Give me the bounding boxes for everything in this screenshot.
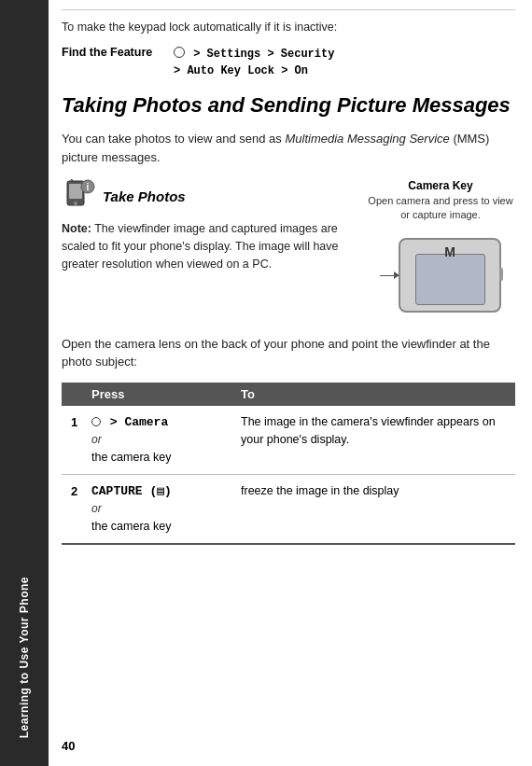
side-button [499,268,503,281]
svg-text:i: i [87,182,90,192]
svg-point-3 [74,202,77,205]
find-feature-path-text1: > Settings > Security [193,48,334,61]
sidebar-label: Learning to Use Your Phone [18,577,31,738]
press-command-1: > Camera [91,415,168,429]
menu-circle-icon [174,47,185,58]
table-cell-step-1: 1 [62,406,82,475]
open-camera-para: Open the camera lens on the back of your… [62,335,515,371]
main-content: To make the keypad lock automatically if… [49,0,532,766]
table-cell-to-1: The image in the camera's viewfinder app… [231,406,515,475]
press-sub-1: the camera key [91,451,171,464]
page-wrapper: Learning to Use Your Phone To make the k… [0,0,532,766]
note-text: Note: The viewfinder image and captured … [62,220,357,272]
table-header-step [62,383,82,406]
find-feature-box: Find the Feature > Settings > Security >… [62,46,515,79]
main-heading: Taking Photos and Sending Picture Messag… [62,92,515,119]
table-row: 1 > Camera or the camera key The image i… [62,406,515,475]
table-row: 2 CAPTURE (▤) or the camera key freeze t… [62,474,515,544]
intro-para: You can take photos to view and send as … [62,130,515,166]
table-cell-to-2: freeze the image in the display [231,474,515,544]
find-feature-path: > Settings > Security > Auto Key Lock > … [174,46,334,79]
press-or-2: or [91,502,102,515]
phone-screen [415,254,485,305]
manual-icon: i [62,179,95,213]
note-label: Note: [62,222,91,235]
table-cell-press-1: > Camera or the camera key [82,406,231,475]
instruction-table: Press To 1 > Camera or the camera key [62,383,515,545]
camera-key-area: Camera Key Open camera and press to view… [366,179,515,322]
table-header-press: Press [82,383,231,406]
find-feature-label: Find the Feature [62,46,164,59]
press-or-1: or [91,433,102,446]
table-cell-step-2: 2 [62,474,82,544]
take-photos-section: i Take Photos Note: The viewfinder image… [62,179,515,322]
top-divider [62,9,515,10]
sidebar: Learning to Use Your Phone [0,0,49,766]
page-number: 40 [62,739,75,753]
table-header-to: To [231,383,515,406]
table-cell-press-2: CAPTURE (▤) or the camera key [82,474,231,544]
find-feature-path-line1: > Settings > Security [174,46,334,63]
take-photos-title: Take Photos [103,188,186,204]
phone-body: M [399,238,501,313]
svg-rect-1 [69,184,82,199]
phone-illustration: M [380,229,501,322]
arrow-line [380,275,399,276]
top-instruction: To make the keypad lock automatically if… [62,20,515,36]
take-photos-left: i Take Photos Note: The viewfinder image… [62,179,357,322]
table-header-row: Press To [62,383,515,406]
press-sub-2: the camera key [91,520,171,533]
find-feature-path-line2: > Auto Key Lock > On [174,63,334,79]
press-command-2: CAPTURE (▤) [91,484,172,498]
press-cmd-text-1: Camera [124,415,168,429]
camera-key-label: Camera Key [366,179,515,192]
take-photos-header: i Take Photos [62,179,357,213]
motorola-logo: M [444,244,455,259]
camera-key-desc: Open camera and press to view or capture… [366,194,515,223]
